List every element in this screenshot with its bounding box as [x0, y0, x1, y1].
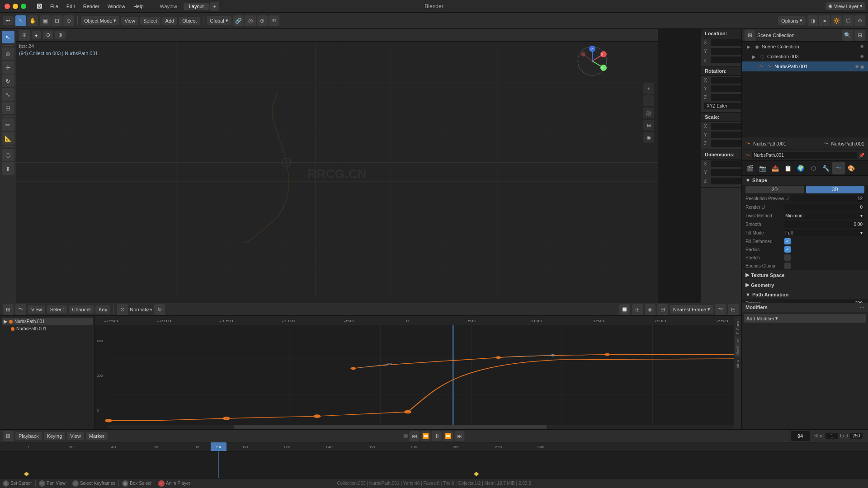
path-anim-header[interactable]: ▼ Path Animation	[742, 290, 868, 299]
wave-icon[interactable]: 〜	[715, 304, 726, 315]
render-props-tab[interactable]: 📷	[756, 162, 769, 174]
props-data-name-input[interactable]: NurbsPath.001	[752, 152, 857, 159]
outliner-filter-icon[interactable]: ⊟	[854, 30, 865, 41]
file-menu[interactable]: File	[47, 3, 62, 10]
pivot-icon[interactable]: ⊕	[257, 15, 268, 26]
texture-space-header[interactable]: ▶ Texture Space	[742, 270, 868, 280]
grid-view-button[interactable]: ⊞	[643, 120, 654, 131]
zoom-in-button[interactable]: +	[643, 83, 654, 94]
add-button[interactable]: Add	[162, 17, 178, 25]
bounds-clamp-checkbox[interactable]	[784, 263, 791, 269]
viewport[interactable]: ⊞ ● ⊙ ⊕	[16, 29, 658, 319]
add-cube-tool[interactable]: ⬡	[2, 149, 14, 161]
geometry-header[interactable]: ▶ Geometry	[742, 280, 868, 290]
circle-select-icon[interactable]: ⊙	[63, 15, 74, 26]
viewport-overlay-button[interactable]: ⊙	[43, 31, 53, 39]
view-button[interactable]: View	[121, 17, 138, 25]
cursor-tool[interactable]: ⊕	[2, 47, 14, 60]
viewport-gizmo[interactable]: X Y Z	[576, 45, 613, 81]
nearest-frame-button[interactable]: Nearest Frame ▾	[670, 305, 713, 314]
timeline-menu-icon[interactable]: ⊞	[3, 431, 14, 441]
scene-props-tab[interactable]: 🎬	[744, 162, 756, 174]
annotate-tool[interactable]: ✏	[2, 118, 14, 131]
marker-button[interactable]: Marker	[86, 432, 108, 440]
transform-tool[interactable]: ⊞	[2, 102, 14, 114]
zoom-out-button[interactable]: −	[643, 95, 654, 106]
start-frame-input[interactable]: 1	[826, 433, 838, 439]
rotate-tool[interactable]: ↻	[2, 75, 14, 87]
render-menu[interactable]: Render	[80, 3, 103, 10]
move-mode-button[interactable]: ✋	[27, 15, 38, 26]
3d-button[interactable]: 3D	[806, 186, 865, 193]
key-btn[interactable]: Key	[95, 305, 110, 314]
solid-shading-icon[interactable]: ●	[819, 15, 830, 26]
nurbs-path-item[interactable]: 〜 〜 NurbsPath.001 👁 ◉	[742, 61, 868, 71]
material-icon[interactable]: ⚙	[854, 15, 865, 26]
2d-button[interactable]: 2D	[745, 186, 804, 193]
proportional-edit-icon[interactable]: ◎	[245, 15, 256, 26]
filter-icon[interactable]: 🔍	[842, 30, 853, 41]
move-tool[interactable]: ✛	[2, 61, 14, 74]
rendered-icon[interactable]: 🔆	[831, 15, 842, 26]
fcurve-type-icon[interactable]: 〜	[15, 304, 26, 315]
layout-tab[interactable]: Layout	[184, 3, 209, 10]
help-menu[interactable]: Help	[130, 3, 147, 10]
eye-icon[interactable]: 👁	[860, 54, 864, 59]
view-layer-button[interactable]: ◉ View Layer ▾	[826, 2, 865, 10]
output-props-tab[interactable]: 📤	[769, 162, 782, 174]
material-tab[interactable]: 🎨	[845, 162, 858, 174]
waylow-tab[interactable]: Waylow	[155, 3, 183, 10]
transform-button[interactable]: Global ▾	[207, 16, 231, 25]
twist-dropdown[interactable]: Minimum ▾	[783, 212, 864, 219]
timeline-body[interactable]	[0, 451, 868, 479]
outliner-menu-icon[interactable]: ⊞	[745, 30, 755, 41]
select-mode-button[interactable]: ↖	[15, 15, 26, 26]
viewport-gizmo-button[interactable]: ⊕	[55, 31, 66, 39]
scale-tool[interactable]: ⤡	[2, 88, 14, 101]
editor-type-button[interactable]: ⚏	[3, 16, 14, 25]
more-options-icon[interactable]: ≋	[269, 15, 279, 26]
camera-persp-button[interactable]: ◉	[643, 132, 654, 143]
viewport-shading-button[interactable]: ●	[32, 31, 41, 39]
modifiers-tab[interactable]: Modifiers	[735, 337, 741, 357]
more-icon[interactable]: ⊟	[728, 304, 739, 315]
extrude-tool[interactable]: ⬆	[2, 162, 14, 175]
modifier-tab[interactable]: 🔧	[820, 162, 832, 174]
shape-header[interactable]: ▼ Shape	[742, 176, 868, 185]
eye-icon[interactable]: 👁	[855, 64, 859, 69]
timeline-ruler[interactable]: 0 20 40 60 80 100 120 140 160 180 200 22…	[0, 442, 868, 451]
keying-button[interactable]: Keying	[44, 432, 66, 440]
edit-menu[interactable]: Edit	[63, 3, 79, 10]
render-u-value[interactable]: 0	[783, 204, 864, 211]
select-tool[interactable]: ↖	[2, 31, 14, 43]
fcurve-scrollbar-thumb[interactable]	[234, 425, 547, 429]
view-layer-tab[interactable]: 📋	[782, 162, 794, 174]
fcurve-canvas[interactable]: -250 -200 -150 -100 -50 0 50 100 150 200…	[95, 316, 734, 429]
prev-keyframe-button[interactable]: ⏪	[421, 431, 431, 441]
props-pin-icon[interactable]: 📌	[859, 153, 864, 158]
fcurve-child-item[interactable]: NurbsPath.001	[2, 325, 93, 332]
collection-item[interactable]: ▶ ⬡ Collection.003 👁	[742, 52, 868, 61]
wireframe-icon[interactable]: ⬡	[843, 15, 854, 26]
stretch-checkbox[interactable]	[784, 254, 791, 261]
snap-icon[interactable]: 🔗	[233, 15, 244, 26]
key-mode-icon[interactable]: ◈	[645, 304, 656, 315]
world-props-tab[interactable]: 🌍	[794, 162, 807, 174]
pause-button[interactable]: ⏸	[432, 431, 442, 441]
add-workspace-button[interactable]: +	[210, 2, 219, 11]
fcurve-draw-area[interactable]	[108, 325, 734, 429]
jump-to-end-button[interactable]: ⏭	[455, 431, 465, 441]
smooth-value[interactable]: 0.00	[783, 221, 864, 228]
box-select-icon[interactable]: ▣	[40, 15, 51, 26]
jump-to-start-button[interactable]: ⏮	[410, 431, 420, 441]
next-keyframe-button[interactable]: ⏩	[443, 431, 453, 441]
fcurve-parent-item[interactable]: ▶ NurbsPath.001	[2, 318, 93, 325]
render-icon[interactable]: ◉	[860, 64, 864, 69]
curve-data-tab[interactable]: 〜	[832, 162, 845, 174]
viewport-menu-icon[interactable]: ⊞	[19, 30, 30, 41]
select-button[interactable]: Select	[140, 17, 160, 25]
fill-deformed-checkbox[interactable]: ✓	[784, 238, 791, 244]
measure-tool[interactable]: 📐	[2, 132, 14, 145]
fcurve-menu-icon[interactable]: ⊞	[3, 304, 14, 315]
view-button-tl[interactable]: View	[67, 432, 84, 440]
